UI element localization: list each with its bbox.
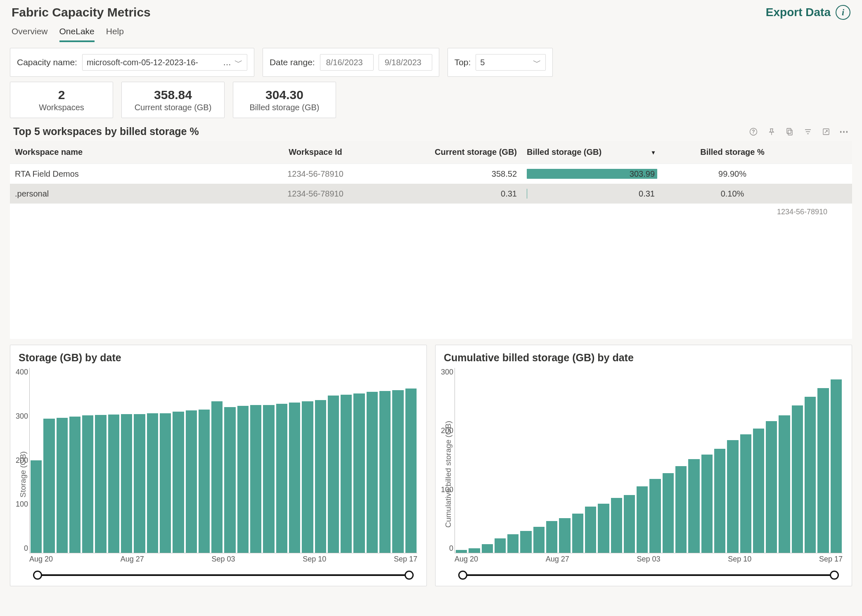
col-workspace-name[interactable]: Workspace name <box>10 147 241 157</box>
top-label: Top: <box>455 57 471 67</box>
export-data-button[interactable]: Export Data i <box>766 5 850 20</box>
chart-bar[interactable] <box>817 388 829 553</box>
chart-bar[interactable] <box>766 421 777 553</box>
chart-bar[interactable] <box>199 410 210 553</box>
chart-bar[interactable] <box>121 414 132 553</box>
col-workspace-id[interactable]: Workspace Id <box>241 147 390 157</box>
chart-bar[interactable] <box>405 389 417 553</box>
chart-bar[interactable] <box>546 521 557 553</box>
chart-bar[interactable] <box>82 415 93 553</box>
chart-bar[interactable] <box>263 405 274 553</box>
chart-bar[interactable] <box>533 527 545 553</box>
chart-bar[interactable] <box>57 418 68 553</box>
chart-bar[interactable] <box>559 518 570 553</box>
slider-handle-start[interactable] <box>458 571 467 580</box>
chart-bar[interactable] <box>211 401 223 553</box>
chart-bar[interactable] <box>624 495 635 553</box>
chart-bar[interactable] <box>753 429 764 553</box>
chart-bar[interactable] <box>224 407 235 553</box>
chart-bar[interactable] <box>482 544 493 553</box>
x-tick: Aug 27 <box>546 555 569 564</box>
copy-icon[interactable] <box>785 127 794 136</box>
slider-handle-start[interactable] <box>33 571 42 580</box>
chart-bar[interactable] <box>43 419 54 553</box>
help-icon[interactable]: ? <box>749 127 758 136</box>
chart-bar[interactable] <box>276 404 287 553</box>
chart-bar[interactable] <box>779 415 790 553</box>
tab-help[interactable]: Help <box>106 25 124 42</box>
chart-bar[interactable] <box>727 440 738 553</box>
pin-icon[interactable] <box>767 127 776 136</box>
chart-bar[interactable] <box>611 498 622 553</box>
table-row[interactable]: .personal1234-56-789100.310.310.10% <box>10 184 852 204</box>
top-select[interactable]: 5 ﹀ <box>476 54 546 71</box>
table-row[interactable]: RTA Field Demos1234-56-78910358.52303.99… <box>10 164 852 184</box>
cell-billed-storage: 0.31 <box>522 187 662 200</box>
x-tick: Aug 27 <box>121 555 144 564</box>
chart-bar[interactable] <box>572 514 583 553</box>
chart-bar[interactable] <box>675 466 687 553</box>
col-billed-pct[interactable]: Billed storage % <box>662 147 803 157</box>
chart-bar[interactable] <box>585 507 596 553</box>
more-options-icon[interactable]: ⋯ <box>840 127 849 136</box>
info-icon[interactable]: i <box>836 5 850 20</box>
chart-bar[interactable] <box>805 397 816 553</box>
chart-bar[interactable] <box>379 391 391 553</box>
chart-bar[interactable] <box>688 459 699 553</box>
chart-bar[interactable] <box>392 390 403 553</box>
storage-by-date-chart[interactable]: Storage (GB) by date Storage (GB) 400300… <box>10 345 427 586</box>
chart-bar[interactable] <box>831 379 842 553</box>
chart-bar[interactable] <box>95 415 106 553</box>
date-to-input[interactable]: 9/18/2023 <box>379 54 432 71</box>
slider-handle-end[interactable] <box>830 571 839 580</box>
chart-bar[interactable] <box>637 486 648 553</box>
chart-bar[interactable] <box>495 538 506 553</box>
kpi-card-0[interactable]: 2Workspaces <box>10 82 113 118</box>
chart-bar[interactable] <box>160 413 171 553</box>
chart-bar[interactable] <box>134 414 145 553</box>
chart-bar[interactable] <box>315 400 326 553</box>
chart-bar[interactable] <box>353 393 365 553</box>
cumulative-billed-storage-chart[interactable]: Cumulative billed storage (GB) by date C… <box>435 345 852 586</box>
tab-onelake[interactable]: OneLake <box>59 25 95 42</box>
chart-bar[interactable] <box>469 548 480 553</box>
tab-overview[interactable]: Overview <box>12 25 48 42</box>
chart-bar[interactable] <box>69 417 81 553</box>
chart-bar[interactable] <box>302 401 313 553</box>
chart-bar[interactable] <box>507 534 519 553</box>
slider-handle-end[interactable] <box>405 571 414 580</box>
chart-bar[interactable] <box>108 415 119 553</box>
date-range-slider-right[interactable] <box>459 569 838 581</box>
date-from-input[interactable]: 8/16/2023 <box>320 54 374 71</box>
chart-bar[interactable] <box>649 479 661 553</box>
chart-bar[interactable] <box>328 396 339 553</box>
chart-bar[interactable] <box>250 405 261 553</box>
chart-bar[interactable] <box>147 413 158 553</box>
chart-bar[interactable] <box>456 550 467 553</box>
chart-bar[interactable] <box>289 403 300 553</box>
date-range-label: Date range: <box>270 57 315 67</box>
filter-icon[interactable] <box>803 127 812 136</box>
col-billed-storage[interactable]: Billed storage (GB) ▾ <box>522 147 662 157</box>
chart-bar[interactable] <box>740 434 751 553</box>
chart-bar[interactable] <box>598 504 609 553</box>
chart-bar[interactable] <box>237 406 249 553</box>
cell-workspace-id: 1234-56-78910 <box>241 169 390 179</box>
chart-bar[interactable] <box>186 410 197 553</box>
kpi-card-2[interactable]: 304.30Billed storage (GB) <box>233 82 336 118</box>
chart-bar[interactable] <box>367 392 378 553</box>
cell-current-storage: 0.31 <box>390 189 522 199</box>
chart-bar[interactable] <box>663 473 674 553</box>
focus-mode-icon[interactable] <box>822 127 831 136</box>
chart-bar[interactable] <box>341 395 352 553</box>
capacity-select[interactable]: microsoft-com-05-12-2023-16- … ﹀ <box>82 54 247 71</box>
chart-bar[interactable] <box>31 460 42 553</box>
chart-bar[interactable] <box>701 455 713 553</box>
kpi-card-1[interactable]: 358.84Current storage (GB) <box>121 82 225 118</box>
chart-bar[interactable] <box>792 405 803 553</box>
chart-bar[interactable] <box>520 531 531 553</box>
chart-bar[interactable] <box>173 412 184 553</box>
date-range-slider-left[interactable] <box>33 569 413 581</box>
chart-bar[interactable] <box>714 449 725 553</box>
col-current-storage[interactable]: Current storage (GB) <box>390 147 522 157</box>
